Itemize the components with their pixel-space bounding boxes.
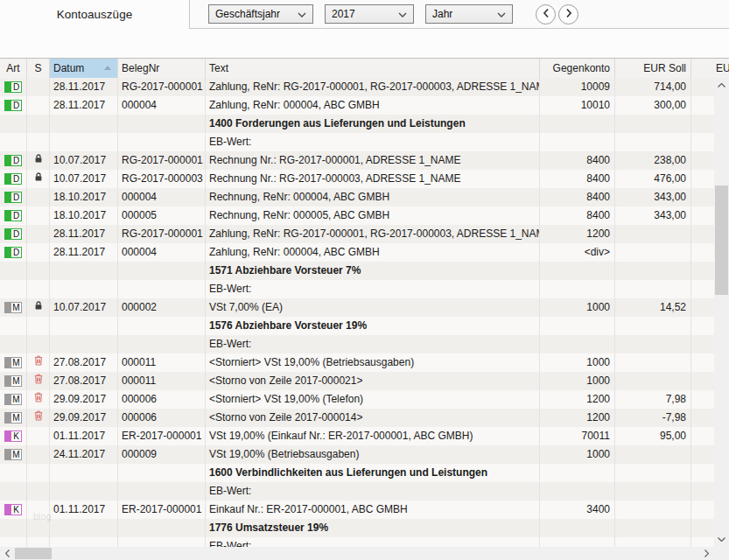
account-section-row[interactable]: 1571 Abziehbare Vorsteuer 7% (0, 262, 729, 280)
gegenkonto-cell: 1000 (540, 298, 615, 317)
column-header-eur-soll[interactable]: EUR Soll (615, 59, 691, 78)
eur-soll-cell: 7,98 (615, 390, 691, 409)
table-row[interactable]: D10.07.2017RG-2017-000001Rechnung Nr.: R… (0, 151, 729, 170)
vertical-scrollbar[interactable] (714, 78, 729, 547)
table-row[interactable]: M24.11.2017000009VSt 19,00% (Betriebsaus… (0, 445, 729, 464)
scroll-left-icon[interactable] (0, 547, 15, 560)
eur-soll-cell: 343,00 (615, 188, 691, 206)
art-cell: D (0, 151, 27, 170)
scroll-down-icon[interactable] (714, 532, 729, 547)
text-cell: Rechnung, ReNr: 000004, ABC GMBH (206, 188, 540, 206)
account-section-row[interactable]: 1400 Forderungen aus Lieferungen und Lei… (0, 115, 729, 133)
previous-period-button[interactable] (536, 4, 556, 24)
eur-soll-cell (615, 500, 691, 519)
art-cell (0, 537, 27, 547)
eur-soll-cell: 300,00 (615, 96, 691, 115)
status-cell (27, 188, 50, 206)
status-cell (27, 445, 50, 464)
table-row[interactable]: K01.11.2017ER-2017-000001VSt 19,00% (Ein… (0, 427, 729, 445)
next-period-button[interactable] (558, 4, 578, 24)
entry-type-d-icon: D (4, 100, 22, 111)
table-row[interactable]: D28.11.2017RG-2017-000001Zahlung, ReNr: … (0, 78, 729, 96)
table-row[interactable]: M29.09.2017000006<Storniert> VSt 19,00% … (0, 390, 729, 409)
entry-type-m-icon: M (4, 375, 22, 387)
belegnr-cell: 000004 (118, 188, 206, 206)
table-row[interactable]: M27.08.2017000011<Storniert> VSt 19,00% … (0, 354, 729, 372)
chevron-down-icon (492, 8, 506, 20)
text-cell: EB-Wert: (206, 133, 540, 151)
horizontal-scrollbar[interactable] (0, 547, 714, 560)
vertical-scroll-thumb[interactable] (715, 186, 728, 295)
column-header-text[interactable]: Text (206, 59, 540, 78)
datum-cell (50, 280, 118, 298)
status-cell (27, 354, 50, 372)
table-row[interactable]: D28.11.2017RG-2017-000001Zahlung, ReNr: … (0, 225, 729, 243)
table-row[interactable]: K01.11.2017ER-2017-000001Einkauf Nr.: ER… (0, 500, 729, 519)
trash-icon[interactable] (34, 354, 43, 372)
table-row[interactable]: M29.09.2017000006<Storno von Zeile 2017-… (0, 409, 729, 427)
granularity-select[interactable]: Jahr (425, 4, 513, 24)
table-row[interactable]: M27.08.2017000011<Storno von Zeile 2017-… (0, 372, 729, 390)
datum-cell (50, 133, 118, 151)
column-header-eur-haben[interactable]: EU (691, 59, 729, 78)
entry-type-d-icon: D (4, 247, 22, 258)
gegenkonto-cell (540, 317, 615, 335)
account-section-row[interactable]: 1600 Verbindlichkeiten aus Lieferungen u… (0, 464, 729, 482)
status-cell (27, 262, 50, 280)
period-type-select[interactable]: Geschäftsjahr (208, 4, 313, 24)
status-cell (27, 390, 50, 409)
trash-icon[interactable] (34, 390, 43, 409)
gegenkonto-cell: 8400 (540, 188, 615, 206)
eb-wert-row[interactable]: EB-Wert: (0, 335, 729, 354)
datum-cell (50, 519, 118, 537)
column-header-s[interactable]: S (27, 59, 50, 78)
table-row[interactable]: D18.10.2017000005Rechnung, ReNr: 000005,… (0, 206, 729, 225)
trash-icon[interactable] (34, 409, 43, 427)
eur-soll-cell: 343,00 (615, 206, 691, 225)
table-row[interactable]: D28.11.2017000004Zahlung, ReNr: 000004, … (0, 96, 729, 115)
column-header-art[interactable]: Art (0, 59, 27, 78)
chevron-down-icon (393, 8, 407, 20)
column-header-gegenkonto[interactable]: Gegenkonto (540, 59, 615, 78)
period-nav (536, 4, 578, 24)
table-row[interactable]: D28.11.2017000004Zahlung, ReNr: 000004, … (0, 243, 729, 262)
eb-wert-row[interactable]: EB-Wert: (0, 482, 729, 500)
gegenkonto-cell: 1000 (540, 445, 615, 464)
eur-soll-cell (615, 317, 691, 335)
lock-icon (34, 298, 43, 317)
text-cell: Zahlung, ReNr: 000004, ABC GMBH (206, 96, 540, 115)
eb-wert-row[interactable]: EB-Wert: (0, 133, 729, 151)
eb-wert-row[interactable]: EB-Wert: (0, 537, 729, 547)
gegenkonto-cell: 8400 (540, 206, 615, 225)
text-cell: <Storniert> VSt 19,00% (Betriebsausgaben… (206, 354, 540, 372)
eur-soll-cell (615, 372, 691, 390)
scroll-up-icon[interactable] (714, 78, 729, 93)
datum-cell: 10.07.2017 (50, 151, 118, 170)
trash-icon[interactable] (34, 372, 43, 390)
art-cell: D (0, 96, 27, 115)
art-cell (0, 482, 27, 500)
table-row[interactable]: D18.10.2017000004Rechnung, ReNr: 000004,… (0, 188, 729, 206)
entry-type-d-icon: D (4, 81, 22, 93)
table-body: D28.11.2017RG-2017-000001Zahlung, ReNr: … (0, 78, 729, 547)
scroll-right-icon[interactable] (699, 547, 714, 560)
belegnr-cell (118, 482, 206, 500)
column-header-datum[interactable]: Datum (50, 59, 118, 78)
horizontal-scroll-thumb[interactable] (15, 548, 52, 559)
text-cell: EB-Wert: (206, 482, 540, 500)
table-row[interactable]: D10.07.2017RG-2017-000003Rechnung Nr.: R… (0, 170, 729, 188)
gegenkonto-cell: 10010 (540, 96, 615, 115)
column-header-belegnr[interactable]: BelegNr (118, 59, 206, 78)
text-cell: EB-Wert: (206, 280, 540, 298)
account-section-row[interactable]: 1576 Abziehbare Vorsteuer 19% (0, 317, 729, 335)
belegnr-cell: RG-2017-000001 (118, 225, 206, 243)
eb-wert-row[interactable]: EB-Wert: (0, 280, 729, 298)
text-cell: <Storno von Zeile 2017-000021> (206, 372, 540, 390)
account-section-row[interactable]: 1776 Umsatzsteuer 19% (0, 519, 729, 537)
belegnr-cell: 000006 (118, 409, 206, 427)
datum-cell: 28.11.2017 (50, 243, 118, 262)
table-row[interactable]: M10.07.2017000002VSt 7,00% (EA)100014,52 (0, 298, 729, 317)
year-select[interactable]: 2017 (325, 4, 414, 24)
text-cell: Rechnung Nr.: RG-2017-000001, ADRESSE 1_… (206, 151, 540, 170)
chevron-down-icon (292, 8, 306, 20)
